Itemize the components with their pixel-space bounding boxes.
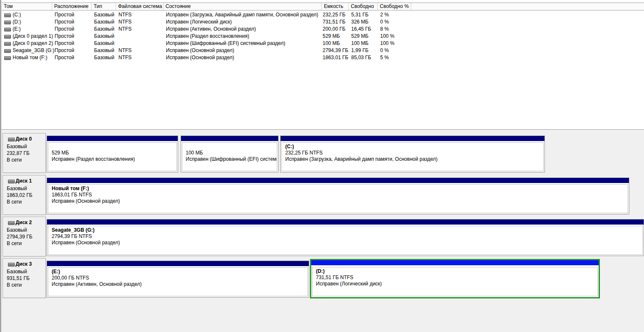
disk-1-label[interactable]: Диск 1 Базовый 1863,02 ГБ В сети (3, 175, 46, 215)
partition-size: 232,25 ГБ NTFS (285, 150, 543, 156)
partition-status: Исправен (Основной раздел) (52, 240, 642, 246)
volume-status: Исправен (Раздел восстановления) (166, 33, 249, 40)
partition-status: Исправен (Раздел восстановления) (52, 156, 176, 162)
volume-fs: NTFS (118, 11, 131, 18)
disk-3-label[interactable]: Диск 3 Базовый 931,51 ГБ В сети (3, 258, 46, 298)
volume-row-e[interactable]: (E:) Простой Базовый NTFS Исправен (Акти… (2, 26, 644, 33)
partition-f[interactable]: Новый том (F:) 1863,01 ГБ NTFS Исправен … (47, 178, 629, 214)
volume-row-c[interactable]: (C:) Простой Базовый NTFS Исправен (Загр… (2, 11, 644, 18)
volume-capacity: 529 МБ (323, 33, 340, 40)
partition-recovery[interactable]: 529 МБ Исправен (Раздел восстановления) (47, 136, 178, 173)
column-header-free-pct[interactable]: Свободно % (378, 3, 411, 10)
volume-free: 326 МБ (351, 18, 368, 26)
volume-status: Исправен (Загрузка, Аварийный дамп памят… (166, 11, 318, 18)
volume-fs: NTFS (118, 26, 131, 33)
partition-color-band (47, 178, 629, 183)
column-header-volume[interactable]: Том (2, 3, 52, 10)
volume-status: Исправен (Активен, Основной раздел) (166, 26, 256, 33)
partition-status: Исправен (Загрузка, Аварийный дамп памят… (285, 156, 543, 162)
volume-type: Базовый (94, 11, 114, 18)
volume-row-disk0-part1[interactable]: (Диск 0 раздел 1) Простой Базовый Исправ… (2, 33, 644, 40)
volume-type: Базовый (94, 18, 114, 26)
volume-type: Базовый (94, 54, 114, 61)
partition-color-band (47, 220, 644, 225)
volume-status: Исправен (Основной раздел) (166, 54, 234, 61)
volume-free-pct: 8 % (380, 26, 389, 33)
partition-info: 529 МБ Исправен (Раздел восстановления) (48, 142, 177, 171)
volume-free-pct: 0 % (380, 47, 389, 54)
disk-size: 1863,02 ГБ (7, 192, 32, 198)
volume-layout: Простой (55, 11, 74, 18)
volume-status: Исправен (Шифрованный (EFI) системный ра… (166, 40, 285, 47)
volume-layout: Простой (55, 26, 74, 33)
partition-c[interactable]: (C:) 232,25 ГБ NTFS Исправен (Загрузка, … (280, 136, 545, 173)
disk-status: В сети (7, 282, 22, 288)
disk-type: Базовый (7, 269, 27, 274)
disk-0-label[interactable]: Диск 0 Базовый 232,87 ГБ В сети (3, 133, 46, 173)
disk-icon (8, 180, 15, 183)
partition-name: (D:) (316, 268, 597, 274)
column-header-capacity[interactable]: Емкость (322, 3, 349, 10)
volume-free: 100 МБ (351, 40, 368, 47)
disk-size: 232,87 ГБ (7, 150, 29, 156)
volume-row-f[interactable]: Новый том (F:) Простой Базовый NTFS Испр… (2, 54, 644, 61)
disk-size: 931,51 ГБ (7, 275, 29, 281)
partition-status: Исправен (Активен, Основной раздел) (52, 281, 308, 288)
volume-status: Исправен (Основной раздел) (166, 47, 234, 54)
volume-capacity: 100 МБ (323, 40, 340, 47)
disk-name: Диск 3 (16, 261, 32, 267)
partition-size: 100 МБ (186, 150, 277, 156)
volume-free: 529 МБ (351, 33, 368, 40)
partition-size: 1863,01 ГБ NTFS (52, 192, 628, 198)
volume-free-pct: 100 % (380, 40, 394, 47)
column-header-fs[interactable]: Файловая система (116, 3, 163, 10)
partition-g[interactable]: Seagate_3GB (G:) 2794,39 ГБ NTFS Исправе… (47, 219, 644, 256)
partition-color-band (281, 136, 544, 141)
partition-info: Новый том (F:) 1863,01 ГБ NTFS Исправен … (48, 184, 628, 213)
volume-fs: NTFS (118, 47, 131, 54)
column-header-status[interactable]: Состояние (163, 3, 322, 10)
partition-status: Исправен (Логический диск) (316, 281, 597, 287)
volume-free-pct: 0 % (380, 18, 389, 26)
partition-info: (C:) 232,25 ГБ NTFS Исправен (Загрузка, … (281, 142, 544, 171)
volume-fs: NTFS (118, 18, 131, 26)
column-header-type[interactable]: Тип (92, 3, 116, 10)
volume-name: (Диск 0 раздел 1) (13, 33, 53, 40)
volume-layout: Простой (55, 54, 74, 61)
volume-capacity: 200,00 ГБ (323, 26, 345, 33)
volume-name: (E:) (13, 26, 21, 33)
disk-type: Базовый (7, 227, 27, 233)
volume-name: (C:) (13, 11, 21, 18)
partition-efi[interactable]: 100 МБ Исправен (Шифрованный (EFI) систе… (181, 136, 279, 173)
volume-layout: Простой (55, 47, 74, 54)
disk-1-row: Диск 1 Базовый 1863,02 ГБ В сети Новый т… (2, 175, 644, 216)
disk-type: Базовый (7, 186, 27, 191)
column-header-free[interactable]: Свободно (349, 3, 378, 10)
partition-info: Seagate_3GB (G:) 2794,39 ГБ NTFS Исправе… (48, 226, 643, 255)
partition-size: 529 МБ (52, 150, 176, 156)
partition-size: 2794,39 ГБ NTFS (52, 233, 642, 240)
disk-status: В сети (7, 157, 22, 163)
disk-2-row: Диск 2 Базовый 2794,39 ГБ В сети Seagate… (2, 217, 644, 258)
volume-type: Базовый (94, 40, 114, 47)
volume-row-d[interactable]: (D:) Простой Базовый NTFS Исправен (Логи… (2, 18, 644, 26)
volume-free: 16,45 ГБ (351, 26, 371, 33)
disk-management-window: Том Расположение Тип Файловая система Со… (0, 0, 644, 332)
disk-2-label[interactable]: Диск 2 Базовый 2794,39 ГБ В сети (3, 217, 46, 256)
volume-layout: Простой (55, 40, 74, 47)
volume-icon (4, 28, 11, 31)
graphical-view-pane: Диск 0 Базовый 232,87 ГБ В сети 529 МБ И… (2, 129, 644, 332)
partition-d-extended-frame[interactable]: (D:) 731,51 ГБ NTFS Исправен (Логический… (310, 259, 600, 298)
partition-color-band (311, 260, 599, 265)
disk-type: Базовый (7, 144, 27, 149)
volume-capacity: 232,25 ГБ (323, 11, 345, 18)
volume-icon (4, 21, 11, 24)
disk-status: В сети (7, 199, 22, 205)
column-header-layout[interactable]: Расположение (52, 3, 92, 10)
partition-e[interactable]: (E:) 200,00 ГБ NTFS Исправен (Активен, О… (47, 261, 309, 298)
disk-name: Диск 1 (16, 178, 32, 184)
volume-row-disk0-part2[interactable]: (Диск 0 раздел 2) Простой Базовый Исправ… (2, 40, 644, 47)
partition-name: Seagate_3GB (G:) (52, 227, 642, 233)
volume-row-g[interactable]: Seagate_3GB (G:) Простой Базовый NTFS Ис… (2, 47, 644, 54)
partition-info: (E:) 200,00 ГБ NTFS Исправен (Активен, О… (48, 267, 308, 296)
